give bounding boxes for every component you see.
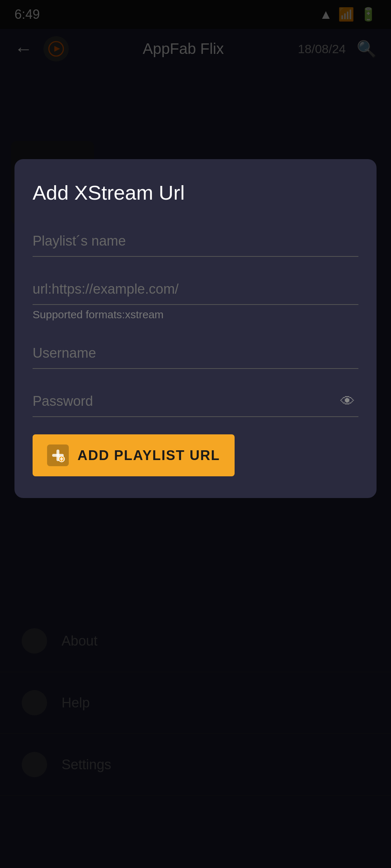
password-input[interactable]	[33, 386, 337, 416]
add-xstream-dialog: Add XStream Url Supported formats:xstrea…	[14, 159, 377, 498]
url-input[interactable]	[33, 274, 358, 305]
password-row: 👁	[33, 386, 358, 417]
playlist-name-group	[33, 226, 358, 257]
username-input[interactable]	[33, 338, 358, 369]
add-playlist-url-label: ADD PLAYLIST URL	[77, 448, 220, 463]
url-hint: Supported formats:xstream	[33, 309, 358, 321]
username-group	[33, 338, 358, 369]
url-group: Supported formats:xstream	[33, 274, 358, 321]
dialog-title: Add XStream Url	[33, 181, 358, 204]
add-playlist-url-button[interactable]: ADD PLAYLIST URL	[33, 434, 235, 476]
playlist-name-input[interactable]	[33, 226, 358, 257]
password-group: 👁	[33, 386, 358, 417]
toggle-password-icon[interactable]: 👁	[337, 390, 358, 413]
add-link-icon	[47, 444, 69, 466]
